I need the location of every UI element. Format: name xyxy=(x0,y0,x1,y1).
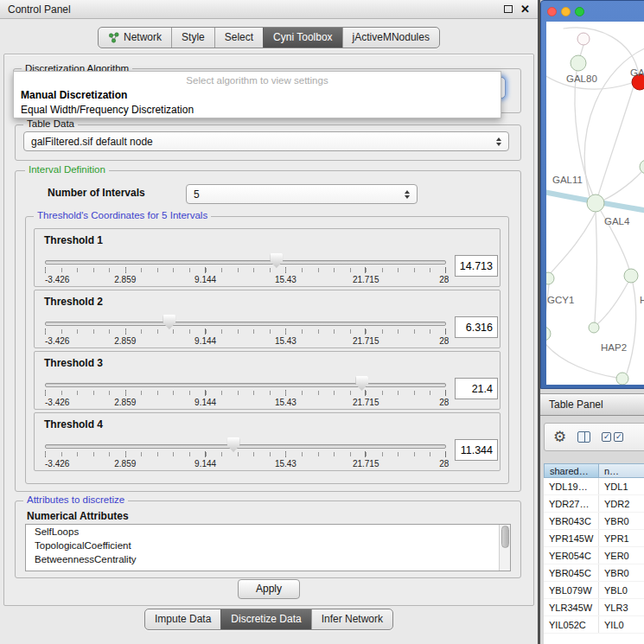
network-node-green[interactable] xyxy=(571,55,586,71)
slider-scale-labels: -3.4262.8599.14415.4321.71528 xyxy=(45,398,446,408)
cell-shared-name[interactable]: YLR345W xyxy=(544,599,599,615)
attribute-item-selfloops[interactable]: SelfLoops xyxy=(26,525,510,539)
tab-select[interactable]: Select xyxy=(214,28,263,48)
table-data-combobox[interactable]: galFiltered.sif default node xyxy=(23,131,509,151)
network-edge[interactable] xyxy=(597,282,628,324)
threshold-slider[interactable]: -3.4262.8599.14415.4321.71528 xyxy=(45,376,446,409)
slider-track[interactable] xyxy=(45,444,446,449)
table-row[interactable]: YIL052CYIL0 xyxy=(544,616,644,634)
slider-thumb[interactable] xyxy=(227,437,240,452)
slider-track[interactable] xyxy=(45,260,446,265)
bottom-tab-impute-data[interactable]: Impute Data xyxy=(145,609,220,629)
threshold-box-3: Threshold 3-3.4262.8599.14415.4321.71528… xyxy=(34,351,501,410)
cell-name[interactable]: YPR1 xyxy=(599,530,644,546)
table-row[interactable]: YBR043CYBR0 xyxy=(544,513,644,530)
network-node-green[interactable] xyxy=(624,269,638,283)
table-row[interactable]: YBL079WYBL0 xyxy=(544,582,644,599)
threshold-value-field[interactable]: 14.713 xyxy=(455,255,498,277)
network-node-green[interactable] xyxy=(546,272,554,284)
network-edge[interactable] xyxy=(551,212,596,273)
table-row[interactable]: YPR145WYPR1 xyxy=(544,530,644,547)
network-node-green[interactable] xyxy=(546,327,551,341)
network-canvas[interactable]: GAL80GAGAL11GAL4GCY1HHAP2 xyxy=(546,22,644,385)
cell-shared-name[interactable]: YBR043C xyxy=(544,513,599,529)
zoom-window-icon[interactable] xyxy=(575,7,584,16)
threshold-slider[interactable]: -3.4262.8599.14415.4321.71528 xyxy=(45,437,446,470)
cell-name[interactable]: YIL0 xyxy=(599,616,644,633)
slider-track[interactable] xyxy=(45,383,446,387)
cell-shared-name[interactable]: YBL079W xyxy=(544,582,599,598)
scrollbar-thumb[interactable] xyxy=(501,526,509,548)
cell-name[interactable]: YBR0 xyxy=(599,513,644,529)
number-of-intervals-combobox[interactable]: 5 xyxy=(186,184,418,204)
scale-label: 28 xyxy=(439,275,449,284)
network-node-green[interactable] xyxy=(616,373,628,385)
cell-name[interactable]: YDL1 xyxy=(599,478,644,494)
cell-shared-name[interactable]: YPR145W xyxy=(544,530,599,546)
select-all-icon[interactable]: ✓ xyxy=(602,432,611,442)
slider-scale-labels: -3.4262.8599.14415.4321.71528 xyxy=(45,459,446,469)
cell-shared-name[interactable]: YBR045C xyxy=(544,564,599,581)
cell-shared-name[interactable]: YIL052C xyxy=(544,616,599,633)
table-row[interactable]: YER054CYER0 xyxy=(544,547,644,564)
algorithm-option-manual-discretization[interactable]: Manual Discretization xyxy=(14,88,501,103)
table-row[interactable]: YDL19…YDL1 xyxy=(544,478,644,495)
column-header-1[interactable]: shared… xyxy=(544,463,599,478)
network-edge[interactable] xyxy=(598,86,634,195)
slider-thumb[interactable] xyxy=(163,315,175,329)
threshold-slider[interactable]: -3.4262.8599.14415.4321.71528 xyxy=(45,253,446,286)
column-header-2[interactable]: n… xyxy=(599,463,644,478)
cell-name[interactable]: YDR2 xyxy=(599,495,644,512)
slider-thumb[interactable] xyxy=(355,376,368,391)
tab-jactivemnodules[interactable]: jActiveMNodules xyxy=(342,28,439,48)
table-row[interactable]: YBR045CYBR0 xyxy=(544,564,644,582)
cell-name[interactable]: YBR0 xyxy=(599,564,644,581)
slider-track[interactable] xyxy=(45,322,446,326)
tab-style[interactable]: Style xyxy=(171,28,214,48)
minimize-window-icon[interactable] xyxy=(561,7,571,16)
threshold-value-field[interactable]: 21.4 xyxy=(455,378,498,399)
cell-shared-name[interactable]: YER054C xyxy=(544,547,599,564)
slider-scale-labels: -3.4262.8599.14415.4321.71528 xyxy=(45,275,446,285)
tab-network[interactable]: Network xyxy=(99,28,171,48)
close-window-icon[interactable] xyxy=(547,7,557,16)
scrollbar[interactable] xyxy=(499,525,510,571)
tab-cyni-toolbox[interactable]: Cyni Toolbox xyxy=(263,28,341,48)
scale-label: 15.43 xyxy=(275,459,296,469)
apply-button[interactable]: Apply xyxy=(238,579,300,599)
table-row[interactable]: YDR27…YDR2 xyxy=(544,495,644,513)
node-label: GA xyxy=(630,67,644,78)
scale-label: -3.426 xyxy=(45,398,69,407)
float-window-icon[interactable] xyxy=(504,5,513,13)
table-panel-header[interactable]: Table Panel xyxy=(540,393,644,416)
threshold-value-field[interactable]: 6.316 xyxy=(455,316,498,338)
gear-icon[interactable]: ⚙ xyxy=(553,430,566,444)
close-icon[interactable]: ✕ xyxy=(520,3,530,15)
unselect-all-icon[interactable]: ✓ xyxy=(614,432,623,442)
attribute-item-topologicalcoefficient[interactable]: TopologicalCoefficient xyxy=(26,539,510,552)
network-edge[interactable] xyxy=(595,212,597,322)
cell-name[interactable]: YBL0 xyxy=(599,582,644,598)
bottom-tab-discretize-data[interactable]: Discretize Data xyxy=(220,609,310,629)
threshold-value-field[interactable]: 11.344 xyxy=(455,439,498,461)
network-edge[interactable] xyxy=(546,284,549,327)
threshold-slider[interactable]: -3.4262.8599.14415.4321.71528 xyxy=(45,315,446,348)
network-node-green[interactable] xyxy=(589,322,599,333)
scale-label: 9.144 xyxy=(194,459,216,469)
slider-scale-labels: -3.4262.8599.14415.4321.71528 xyxy=(45,336,446,347)
network-edge[interactable] xyxy=(603,172,641,201)
network-node-plain[interactable] xyxy=(577,33,590,45)
network-node-green[interactable] xyxy=(640,160,644,174)
cell-name[interactable]: YLR3 xyxy=(599,599,644,615)
network-node-green[interactable] xyxy=(587,194,604,212)
table-row[interactable]: YLR345WYLR3 xyxy=(544,599,644,616)
cell-shared-name[interactable]: YDL19… xyxy=(544,478,599,494)
network-edge[interactable] xyxy=(627,283,636,373)
columns-icon[interactable] xyxy=(577,431,590,443)
slider-thumb[interactable] xyxy=(270,253,283,268)
attribute-item-betweennesscentrality[interactable]: BetweennessCentrality xyxy=(26,552,510,566)
cell-shared-name[interactable]: YDR27… xyxy=(544,495,599,512)
bottom-tab-infer-network[interactable]: Infer Network xyxy=(311,609,392,629)
algorithm-option-equal-width-frequency-discretization[interactable]: Equal Width/Frequency Discretization xyxy=(14,103,501,118)
cell-name[interactable]: YER0 xyxy=(599,547,644,564)
